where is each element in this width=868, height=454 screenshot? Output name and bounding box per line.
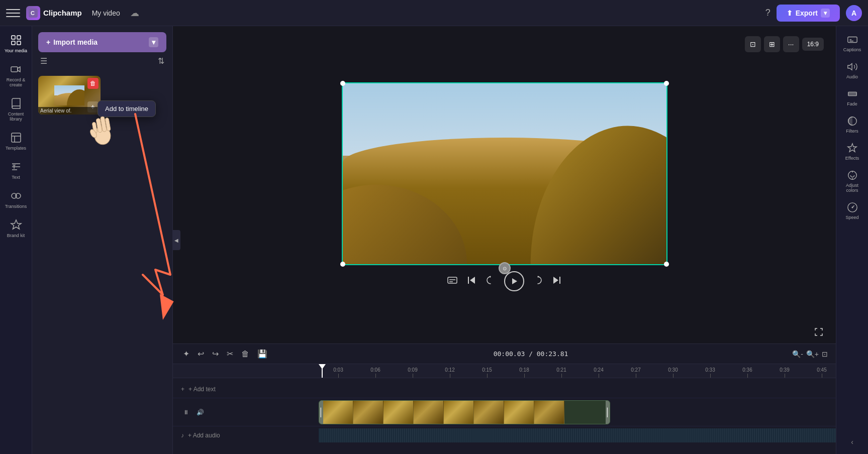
fast-forward-button[interactable] bbox=[532, 275, 543, 288]
audio-track-controls: ♪ + Add audio bbox=[173, 432, 319, 439]
right-sidebar-item-effects[interactable]: Effects bbox=[838, 139, 866, 165]
sidebar-label-your-media: Your media bbox=[5, 48, 27, 53]
collapse-panel-button[interactable]: ◀ bbox=[172, 230, 180, 250]
sidebar-label-text: Text bbox=[12, 175, 20, 180]
media-item[interactable]: 🗑 + Aerial view of. bbox=[38, 76, 101, 115]
timeline-playhead[interactable] bbox=[322, 364, 323, 378]
transitions-icon bbox=[10, 190, 22, 202]
right-sidebar-item-filters[interactable]: Filters bbox=[838, 111, 866, 138]
sidebar-item-content-library[interactable]: Content library bbox=[2, 93, 30, 126]
skip-back-button[interactable] bbox=[466, 275, 477, 288]
add-audio-button[interactable]: + Add audio bbox=[188, 432, 220, 439]
video-track-controls: ⏸ 🔊 bbox=[173, 407, 319, 417]
magic-tool-button[interactable]: ✦ bbox=[181, 347, 191, 361]
svg-rect-29 bbox=[847, 37, 856, 43]
fullscreen-button[interactable] bbox=[814, 327, 824, 339]
import-media-button[interactable]: + Import media ▾ bbox=[38, 32, 166, 52]
svg-point-37 bbox=[852, 207, 853, 208]
ruler-mark: 0:39 bbox=[766, 367, 803, 378]
sidebar-item-text[interactable]: T Text bbox=[2, 157, 30, 184]
svg-rect-4 bbox=[12, 41, 15, 45]
svg-point-15 bbox=[93, 125, 112, 146]
collapse-right-sidebar[interactable]: ‹ bbox=[847, 434, 857, 450]
captions-label: Captions bbox=[843, 47, 861, 52]
video-canvas-wrapper: ⊙ bbox=[342, 82, 667, 265]
clip-right-handle[interactable]: │ bbox=[606, 401, 610, 424]
right-sidebar-item-audio[interactable]: Audio bbox=[838, 57, 866, 83]
skip-forward-button[interactable] bbox=[551, 275, 562, 288]
export-button[interactable]: ⬆ Export ▾ bbox=[777, 5, 840, 22]
undo-button[interactable]: ↩ bbox=[196, 347, 206, 361]
delete-media-button[interactable]: 🗑 bbox=[87, 78, 99, 89]
clip-frame bbox=[534, 401, 564, 424]
svg-marker-27 bbox=[553, 277, 558, 284]
export-chevron[interactable]: ▾ bbox=[821, 9, 830, 18]
timeline-tracks: + + Add text ⏸ 🔊 │ bbox=[173, 378, 836, 444]
cut-button[interactable]: ✂ bbox=[225, 347, 235, 361]
crop-button[interactable]: ⊡ bbox=[745, 36, 761, 52]
media-panel: + Import media ▾ ☰ ⇅ bbox=[32, 26, 173, 454]
save-button[interactable]: 💾 bbox=[255, 347, 269, 361]
clip-left-handle[interactable]: │ bbox=[319, 401, 323, 424]
svg-marker-14 bbox=[155, 294, 174, 321]
right-sidebar-item-captions[interactable]: Captions bbox=[838, 30, 866, 56]
book-icon bbox=[10, 97, 22, 109]
video-track-mute-button[interactable]: 🔊 bbox=[195, 407, 205, 417]
sort-icon[interactable]: ⇅ bbox=[158, 56, 164, 66]
ruler-mark: 0:30 bbox=[654, 367, 692, 378]
text-track-controls: + + Add text bbox=[173, 386, 319, 393]
clip-frame bbox=[383, 401, 414, 424]
delete-button[interactable]: 🗑 bbox=[239, 348, 251, 361]
video-title[interactable]: My video bbox=[88, 7, 124, 19]
right-sidebar-item-adjust-colors[interactable]: Adjust colors bbox=[838, 166, 866, 197]
aspect-ratio-display[interactable]: 16:9 bbox=[802, 38, 824, 51]
zoom-out-button[interactable]: 🔍- bbox=[792, 350, 803, 358]
add-to-timeline-popup[interactable]: Add to timeline bbox=[98, 100, 156, 117]
zoom-fit-button[interactable]: ⊡ bbox=[822, 350, 828, 358]
right-sidebar-item-fade[interactable]: Fade bbox=[838, 84, 866, 110]
menu-icon[interactable] bbox=[6, 6, 20, 20]
rewind-button[interactable] bbox=[485, 275, 496, 288]
logo-text: Clipchamp bbox=[43, 9, 82, 17]
sidebar-item-record-create[interactable]: Record & create bbox=[2, 59, 30, 91]
filter-icon[interactable]: ☰ bbox=[40, 56, 47, 66]
handle-center-bottom[interactable]: ⊙ bbox=[499, 262, 511, 274]
export-icon: ⬆ bbox=[787, 9, 793, 17]
preview-area: ⊡ ⊞ ··· 16:9 ⊙ bbox=[173, 26, 836, 344]
preview-top-controls: ⊡ ⊞ ··· 16:9 bbox=[745, 36, 824, 52]
speed-icon bbox=[847, 202, 858, 213]
video-track-pause-button[interactable]: ⏸ bbox=[181, 407, 191, 417]
handle-bottom-left[interactable] bbox=[340, 262, 345, 267]
handle-top-right[interactable] bbox=[664, 81, 669, 86]
play-button[interactable] bbox=[504, 271, 524, 291]
sidebar-label-templates: Templates bbox=[6, 146, 26, 151]
sidebar-item-templates[interactable]: Templates bbox=[2, 128, 30, 155]
handle-top-left[interactable] bbox=[340, 81, 345, 86]
redo-button[interactable]: ↪ bbox=[210, 347, 221, 361]
add-text-button[interactable]: + Add text bbox=[188, 386, 216, 393]
fit-button[interactable]: ⊞ bbox=[764, 36, 780, 52]
svg-point-20 bbox=[89, 129, 98, 139]
zoom-in-button[interactable]: 🔍+ bbox=[806, 350, 819, 358]
sidebar-item-transitions[interactable]: Transitions bbox=[2, 186, 30, 213]
sidebar-item-brand-kit[interactable]: Brand kit bbox=[2, 215, 30, 242]
clip-frame bbox=[323, 401, 353, 424]
clip-frame bbox=[414, 401, 444, 424]
ruler-mark: 0:24 bbox=[580, 367, 617, 378]
video-clip[interactable]: │ bbox=[319, 400, 610, 424]
sidebar-item-your-media[interactable]: Your media bbox=[2, 30, 30, 57]
svg-rect-18 bbox=[105, 118, 111, 131]
right-sidebar: Captions Audio Fade bbox=[836, 26, 868, 454]
audio-waveform bbox=[319, 428, 836, 442]
subtitle-button[interactable] bbox=[447, 275, 458, 288]
captions-icon bbox=[847, 34, 858, 45]
handle-bottom-right[interactable] bbox=[664, 262, 669, 267]
avatar[interactable]: A bbox=[846, 5, 862, 21]
timeline-content: 0:03 0:06 0:09 0:12 0:15 0:18 0:21 0:24 … bbox=[173, 364, 836, 454]
right-sidebar-item-speed[interactable]: Speed bbox=[838, 198, 866, 224]
help-icon[interactable]: ? bbox=[765, 8, 770, 18]
audio-label: Audio bbox=[846, 74, 858, 79]
ruler-mark: 0:33 bbox=[692, 367, 729, 378]
more-button[interactable]: ··· bbox=[783, 36, 799, 52]
import-chevron[interactable]: ▾ bbox=[149, 37, 158, 47]
